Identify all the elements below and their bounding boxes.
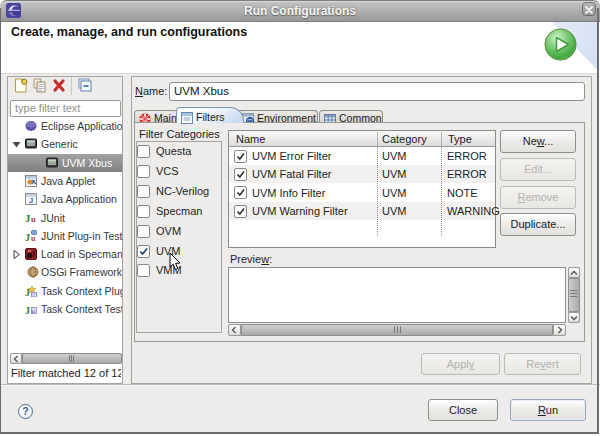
svg-text:u: u bbox=[32, 308, 35, 314]
svg-text:J: J bbox=[25, 232, 30, 242]
svg-text:u: u bbox=[31, 234, 36, 242]
svg-text:J: J bbox=[25, 213, 30, 224]
svg-text:u: u bbox=[31, 214, 36, 224]
svg-text:J: J bbox=[25, 305, 30, 315]
svg-text:J: J bbox=[29, 196, 33, 205]
